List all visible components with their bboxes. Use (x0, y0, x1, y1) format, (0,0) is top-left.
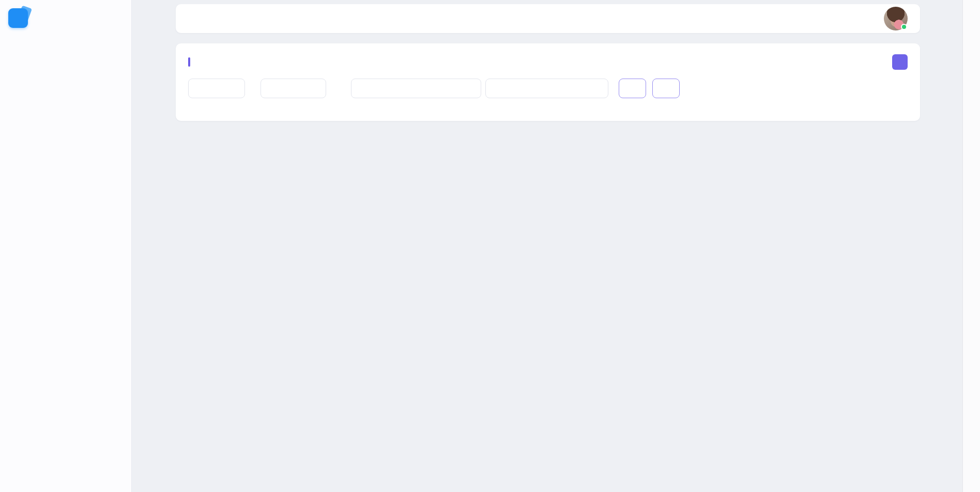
online-status-dot (901, 24, 907, 30)
payment-channel-panel (176, 43, 920, 121)
moon-icon[interactable] (856, 13, 867, 24)
brand-logo-icon (8, 8, 28, 28)
sidebar (0, 0, 132, 492)
topbar (176, 4, 920, 33)
search-button[interactable] (619, 79, 646, 98)
main-area (132, 0, 962, 492)
refresh-icon (661, 85, 668, 93)
table-footer (176, 110, 920, 117)
panel-head (176, 53, 920, 71)
brand (7, 6, 124, 35)
search-icon (627, 85, 635, 93)
filter-bar (176, 79, 920, 98)
yen-icon (8, 8, 28, 28)
avatar[interactable] (884, 7, 908, 30)
title-accent-bar (188, 57, 190, 67)
browser-extension-strip (962, 0, 980, 492)
channel-id-input[interactable] (351, 79, 481, 98)
topbar-right (856, 7, 908, 30)
plugin-input[interactable] (485, 79, 608, 98)
chevron-down-icon (232, 85, 240, 93)
reset-button[interactable] (652, 79, 680, 98)
method-select[interactable] (261, 79, 326, 98)
chevron-down-icon (316, 85, 324, 93)
add-button[interactable] (892, 54, 908, 70)
status-select[interactable] (188, 79, 245, 98)
